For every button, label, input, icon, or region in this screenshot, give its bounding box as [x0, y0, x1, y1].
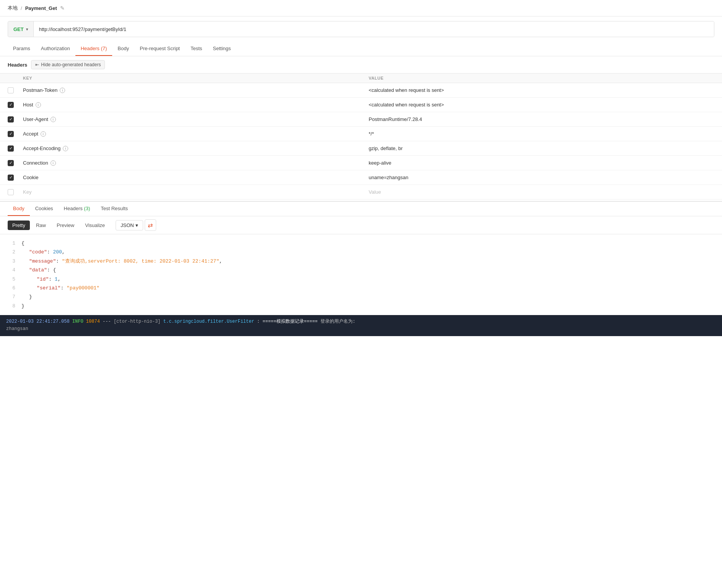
code-line-3: 3 "message": "查询成功,serverPort: 8002, tim… — [8, 257, 714, 266]
response-tab-headers[interactable]: Headers (3) — [59, 202, 96, 216]
key-accept: Accept — [23, 131, 38, 137]
info-icon[interactable]: i — [36, 102, 41, 108]
row-checkbox-6[interactable] — [8, 160, 14, 166]
url-bar: GET ▾ — [8, 21, 714, 37]
response-tab-body[interactable]: Body — [8, 202, 30, 216]
tab-params[interactable]: Params — [8, 42, 36, 56]
key-host: Host — [23, 102, 33, 108]
info-icon[interactable]: i — [60, 88, 65, 93]
response-tab-cookies[interactable]: Cookies — [30, 202, 59, 216]
tab-body[interactable]: Body — [112, 42, 134, 56]
log-bar: 2022-01-03 22:41:27.058 INFO 10874 --- [… — [0, 315, 722, 336]
log-pid: 10874 — [86, 319, 100, 324]
row-checkbox-7[interactable] — [8, 175, 14, 181]
hide-icon: ⇤ — [35, 62, 39, 67]
key-user-agent: User-Agent — [23, 116, 48, 122]
log-username: zhangsan — [6, 326, 28, 332]
url-input[interactable] — [34, 21, 714, 37]
info-icon[interactable]: i — [51, 117, 56, 122]
hide-auto-generated-btn[interactable]: ⇤ Hide auto-generated headers — [31, 60, 105, 69]
key-connection: Connection — [23, 160, 48, 166]
breadcrumb-current: Payment_Get — [25, 5, 57, 11]
headers-table: Postman-Token i <calculated when request… — [0, 83, 722, 199]
table-row: Connection i keep-alive — [0, 156, 722, 170]
format-toolbar: Pretty Raw Preview Visualize JSON ▾ ⇄ — [0, 216, 722, 234]
json-chevron: ▾ — [136, 222, 138, 228]
format-btn-raw[interactable]: Raw — [31, 220, 51, 230]
row-checkbox-3[interactable] — [8, 116, 14, 122]
table-row: User-Agent i PostmanRuntime/7.28.4 — [0, 112, 722, 127]
breadcrumb: 本地 / Payment_Get ✎ — [0, 0, 722, 16]
json-format-selector[interactable]: JSON ▾ — [116, 220, 143, 230]
table-row: Cookie uname=zhangsan — [0, 170, 722, 185]
code-line-5: 5 "id": 1, — [8, 275, 714, 284]
response-tab-test-results[interactable]: Test Results — [95, 202, 133, 216]
info-icon[interactable]: i — [51, 160, 56, 166]
json-response-area: 1 { 2 "code": 200, 3 "message": "查询成功,se… — [0, 234, 722, 315]
code-line-7: 7 } — [8, 292, 714, 301]
info-icon[interactable]: i — [63, 146, 68, 151]
log-colon: : — [257, 319, 260, 324]
log-message-prefix: =====模拟数据记录===== — [263, 319, 318, 324]
value-user-agent: PostmanRuntime/7.28.4 — [369, 116, 714, 122]
log-message-label: 登录的用户名为: — [320, 319, 355, 324]
tab-tests[interactable]: Tests — [185, 42, 207, 56]
breadcrumb-parent[interactable]: 本地 — [8, 5, 18, 11]
value-cookie: uname=zhangsan — [369, 175, 714, 180]
log-class: t.c.springcloud.filter.UserFilter — [163, 319, 255, 324]
key-postman-token: Postman-Token — [23, 87, 57, 93]
format-btn-preview[interactable]: Preview — [52, 220, 79, 230]
code-line-6: 6 "serial": "pay000001" — [8, 284, 714, 292]
value-host: <calculated when request is sent> — [369, 102, 714, 108]
headers-section-title: Headers — [8, 62, 27, 68]
value-accept: */* — [369, 131, 714, 137]
key-accept-encoding: Accept-Encoding — [23, 145, 60, 151]
table-row-placeholder: Key Value — [0, 185, 722, 199]
info-icon[interactable]: i — [41, 131, 46, 137]
value-postman-token: <calculated when request is sent> — [369, 87, 714, 93]
col-value-label: VALUE — [369, 76, 714, 80]
response-tabs: Body Cookies Headers (3) Test Results — [0, 202, 722, 216]
code-line-4: 4 "data": { — [8, 266, 714, 274]
format-btn-visualize[interactable]: Visualize — [80, 220, 109, 230]
edit-icon[interactable]: ✎ — [60, 5, 65, 11]
table-row: Host i <calculated when request is sent> — [0, 98, 722, 112]
wrap-icon[interactable]: ⇄ — [145, 219, 156, 231]
tab-settings[interactable]: Settings — [207, 42, 236, 56]
key-cookie: Cookie — [23, 175, 38, 180]
code-line-1: 1 { — [8, 239, 714, 248]
code-line-8: 8 } — [8, 302, 714, 310]
table-row: Postman-Token i <calculated when request… — [0, 83, 722, 98]
tab-pre-request-script[interactable]: Pre-request Script — [134, 42, 185, 56]
method-label: GET — [13, 26, 24, 32]
table-row: Accept i */* — [0, 127, 722, 141]
log-separator: --- — [103, 319, 111, 324]
tab-authorization[interactable]: Authorization — [36, 42, 75, 56]
log-thread: [ctor-http-nio-3] — [114, 319, 160, 324]
code-line-2: 2 "code": 200, — [8, 248, 714, 256]
tab-headers[interactable]: Headers (7) — [75, 42, 113, 56]
row-checkbox-5[interactable] — [8, 145, 14, 152]
log-timestamp: 2022-01-03 22:41:27.058 — [6, 319, 70, 324]
response-section: Body Cookies Headers (3) Test Results Pr… — [0, 201, 722, 336]
request-tabs: Params Authorization Headers (7) Body Pr… — [0, 42, 722, 56]
value-placeholder[interactable]: Value — [369, 189, 381, 195]
table-header: KEY VALUE — [0, 74, 722, 83]
format-btn-pretty[interactable]: Pretty — [8, 220, 30, 230]
breadcrumb-separator: / — [21, 5, 22, 11]
json-label: JSON — [121, 222, 134, 228]
value-accept-encoding: gzip, deflate, br — [369, 145, 714, 151]
log-level: INFO — [72, 319, 83, 324]
key-placeholder[interactable]: Key — [23, 189, 31, 195]
row-checkbox-4[interactable] — [8, 131, 14, 137]
value-connection: keep-alive — [369, 160, 714, 166]
headers-section-header: Headers ⇤ Hide auto-generated headers — [0, 56, 722, 74]
row-checkbox-2[interactable] — [8, 102, 14, 108]
method-chevron: ▾ — [26, 27, 28, 31]
col-key-label: KEY — [23, 76, 369, 80]
row-checkbox-1[interactable] — [8, 87, 14, 93]
method-selector[interactable]: GET ▾ — [8, 21, 34, 37]
table-row: Accept-Encoding i gzip, deflate, br — [0, 141, 722, 156]
row-checkbox-placeholder[interactable] — [8, 189, 14, 195]
